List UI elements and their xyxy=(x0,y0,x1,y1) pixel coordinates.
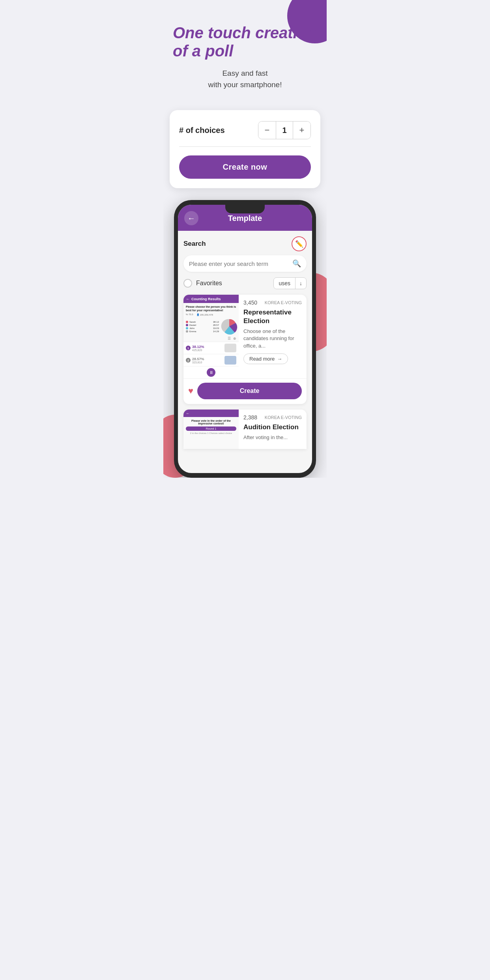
thumb-question-1: Please choose the person you think is be… xyxy=(186,305,236,312)
thumb-results-bottom: 1 38.12% 425,820 2 xyxy=(183,342,239,378)
card-title-2: Audition Election xyxy=(243,423,302,432)
read-more-button-1[interactable]: Read more → xyxy=(243,353,288,364)
favorites-radio[interactable] xyxy=(183,279,192,288)
thumb-pct-sarah: 38.12 xyxy=(213,321,219,323)
thumb-pct-emma: 14.29 xyxy=(213,330,219,333)
header-section: One touch creation of a poll Easy and fa… xyxy=(163,0,327,110)
phone-screen-title: Template xyxy=(228,214,262,223)
thumb-pause-wrap: ⏸ xyxy=(183,367,239,378)
thumb-list-item: Sarah 38.12 xyxy=(186,321,219,323)
thumb-list-item: Daniel 28.57 xyxy=(186,324,219,326)
thumb-result-row-2: 2 28.57% 323,810 xyxy=(183,354,239,367)
thumb-share-icon: ⊕ xyxy=(233,337,236,340)
thumb-back-icon: ← xyxy=(186,297,190,301)
thumb-name-daniel: Daniel xyxy=(189,324,196,326)
thumb-name-sarah: Sarah xyxy=(189,321,196,323)
thumb-pie-chart xyxy=(221,318,236,333)
main-title: One touch creation of a poll xyxy=(173,24,317,60)
edit-icon: ✏️ xyxy=(295,240,303,248)
subtitle-line2: with your smartphone! xyxy=(208,80,282,89)
card-desc-1: Choose one of the candidates running for… xyxy=(243,328,302,350)
search-label: Search xyxy=(183,240,206,248)
card-top: ← Counting Results Please choose the per… xyxy=(183,295,307,378)
poll-creator-card: # of choices − 1 + Create now xyxy=(170,110,320,188)
favorites-label: Favorites xyxy=(196,280,222,287)
read-more-label: Read more xyxy=(249,356,275,362)
sort-button[interactable]: uses ↓ xyxy=(273,277,307,289)
decrement-button[interactable]: − xyxy=(258,122,276,139)
phone-outer: ← Template Search ✏️ 🔍 xyxy=(174,200,316,478)
heart-button-1[interactable]: ♥ xyxy=(188,386,193,396)
pause-icon: ⏸ xyxy=(207,368,215,377)
card-uses-1: 3,450 xyxy=(243,299,257,306)
thumb2-question: Please vote in the order of the impressi… xyxy=(186,419,236,425)
thumb-pct-daniel: 28.57 xyxy=(213,324,219,326)
thumb-stats: % 75.5 👤 155,350,478 xyxy=(186,313,236,316)
card-top-2: ← Please vote in the order of the impres… xyxy=(183,410,307,449)
search-icon: 🔍 xyxy=(292,259,301,268)
thumb-result-pct-1: 38.12% xyxy=(192,345,223,349)
card-info-2: 2,388 KOREA E-VOTING Audition Election A… xyxy=(239,410,307,449)
thumb-dot-emma xyxy=(186,330,188,333)
sort-label: uses xyxy=(274,278,295,289)
card-meta-row-1: 3,450 KOREA E-VOTING xyxy=(243,299,302,306)
thumb-result-count-1: 425,820 xyxy=(192,349,223,352)
card-source-1: KOREA E-VOTING xyxy=(265,300,302,305)
thumb-pct-john: 19.03 xyxy=(213,327,219,329)
card-source-2: KOREA E-VOTING xyxy=(265,415,302,420)
thumb2-back-icon: ← xyxy=(186,411,190,415)
increment-button[interactable]: + xyxy=(293,122,310,139)
card-desc-2: After voting in the... xyxy=(243,434,302,441)
thumb2-body: Please vote in the order of the impressi… xyxy=(183,417,239,437)
card-info-1: 3,450 KOREA E-VOTING Representative Elec… xyxy=(239,295,307,378)
favorites-left: Favorites xyxy=(183,279,222,288)
template-card: ← Counting Results Please choose the per… xyxy=(183,295,307,404)
card-meta-row-2: 2,388 KOREA E-VOTING xyxy=(243,414,302,421)
favorites-row: Favorites uses ↓ xyxy=(183,277,307,289)
thumb-dot-john xyxy=(186,327,188,329)
read-more-arrow-icon: → xyxy=(277,356,282,362)
card-actions-1: ♥ Create xyxy=(183,378,307,404)
back-arrow-icon: ← xyxy=(187,214,195,223)
thumb2-header: ← xyxy=(183,410,239,417)
phone-back-button[interactable]: ← xyxy=(184,211,198,225)
phone-content: Search ✏️ 🔍 Favorites uses xyxy=(178,231,312,449)
thumb-list-item: John 19.03 xyxy=(186,327,219,329)
thumb-result-num-2: 2 xyxy=(186,358,191,363)
thumb-title-1: Counting Results xyxy=(191,297,221,301)
thumb-body-1: Please choose the person you think is be… xyxy=(183,303,239,335)
thumb-name-emma: Emma xyxy=(189,330,196,333)
thumb-result-count-2: 323,810 xyxy=(192,361,223,364)
create-now-button[interactable]: Create now xyxy=(179,155,311,179)
phone-notch xyxy=(225,205,265,213)
thumb-list: Sarah 38.12 Daniel 28.57 xyxy=(186,321,219,333)
thumb-stat-pct: % 75.5 xyxy=(186,313,193,316)
subtitle: Easy and fast with your smartphone! xyxy=(173,68,317,90)
card-uses-2: 2,388 xyxy=(243,414,257,421)
edit-button[interactable]: ✏️ xyxy=(292,236,307,251)
thumb-dot-daniel xyxy=(186,324,188,326)
thumb-result-img-1 xyxy=(224,344,236,352)
card-thumbnail-1: ← Counting Results Please choose the per… xyxy=(183,295,239,378)
stepper-value: 1 xyxy=(276,122,293,139)
thumb-dot-sarah xyxy=(186,321,188,323)
thumb2-choices-text: 2 in the choices 1 Choices select choice xyxy=(186,432,236,434)
sort-arrow-icon: ↓ xyxy=(295,278,306,289)
create-button-1[interactable]: Create xyxy=(197,383,302,399)
search-input[interactable] xyxy=(189,260,292,267)
phone-inner: ← Template Search ✏️ 🔍 xyxy=(178,205,312,473)
thumb-menu-icon: ☰ xyxy=(228,337,231,340)
thumb-stat-count: 👤 155,350,478 xyxy=(196,313,213,316)
search-header-row: Search ✏️ xyxy=(183,236,307,251)
card-title-1: Representative Election xyxy=(243,308,302,325)
phone-wrapper: ← Template Search ✏️ 🔍 xyxy=(167,200,323,478)
thumb-result-img-2 xyxy=(224,356,236,365)
thumb-list-item: Emma 14.29 xyxy=(186,330,219,333)
thumb-result-num-1: 1 xyxy=(186,346,191,350)
subtitle-line1: Easy and fast xyxy=(222,69,267,77)
choices-row: # of choices − 1 + xyxy=(179,121,311,147)
stepper: − 1 + xyxy=(258,121,311,139)
thumb-header-1: ← Counting Results xyxy=(183,295,239,303)
thumb-chart-area: Sarah 38.12 Daniel 28.57 xyxy=(186,318,236,333)
choices-label: # of choices xyxy=(179,126,225,135)
